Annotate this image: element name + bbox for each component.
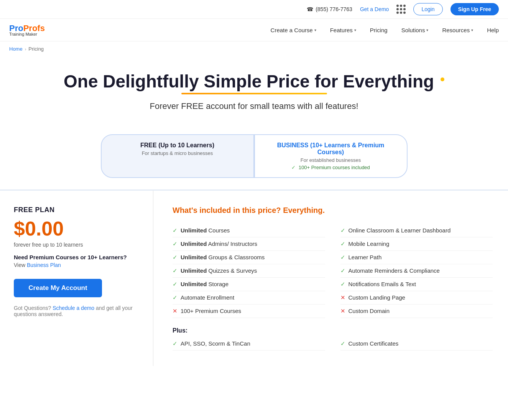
signup-button[interactable]: Sign Up Free <box>450 3 499 15</box>
plus-right-col: ✓ Custom Certificates <box>340 337 493 351</box>
check-icon: ✓ <box>173 294 178 301</box>
breadcrumb-current: Pricing <box>28 46 44 52</box>
login-button[interactable]: Login <box>413 3 442 15</box>
plus-grid: ✓ API, SSO, Scorm & TinCan ✓ Custom Cert… <box>173 337 493 351</box>
feature-item: ✓ Unlimited Quizzes & Surveys <box>173 264 325 278</box>
feature-item: ✕ Custom Landing Page <box>340 291 493 305</box>
feature-item: ✓ Automate Enrollment <box>173 291 325 305</box>
features-heading-highlight: Everything. <box>283 206 325 214</box>
business-plan-link[interactable]: Business Plan <box>27 262 61 268</box>
check-icon: ✓ <box>173 254 178 261</box>
plan-question: Need Premium Courses or 10+ Learners? <box>14 254 139 260</box>
breadcrumb: Home › Pricing <box>0 41 508 56</box>
check-icon: ✓ <box>173 267 178 274</box>
hero-subtitle: Forever FREE account for small teams wit… <box>8 101 500 111</box>
feature-item: ✓ Learner Path <box>340 251 493 264</box>
feature-item: ✓ API, SSO, Scorm & TinCan <box>173 337 325 351</box>
plan-label: FREE PLAN <box>14 206 139 214</box>
left-panel: FREE PLAN $0.00 forever free up to 10 le… <box>0 191 153 366</box>
chevron-down-icon: ▾ <box>426 28 428 32</box>
features-right-col: ✓ Online Classroom & Learner Dashboard ✓… <box>340 224 493 318</box>
feature-item: ✓ Online Classroom & Learner Dashboard <box>340 224 493 237</box>
tab-business-check: ✓ 100+ Premium courses included <box>264 165 398 170</box>
right-panel: What's included in this price? Everythin… <box>153 191 508 366</box>
check-icon: ✓ <box>173 227 178 234</box>
nav-create-course[interactable]: Create a Course ▾ <box>271 27 316 33</box>
chevron-down-icon: ▾ <box>314 28 316 32</box>
breadcrumb-separator: › <box>25 47 26 51</box>
plus-left-col: ✓ API, SSO, Scorm & TinCan <box>173 337 325 351</box>
check-icon: ✓ <box>173 340 178 347</box>
phone-text: (855) 776-7763 <box>316 6 352 12</box>
check-icon: ✓ <box>173 281 178 288</box>
check-icon: ✓ <box>340 254 345 261</box>
x-icon: ✕ <box>340 308 345 315</box>
nav-pricing[interactable]: Pricing <box>370 27 388 33</box>
main-content: FREE PLAN $0.00 forever free up to 10 le… <box>0 189 508 366</box>
nav-resources[interactable]: Resources ▾ <box>442 27 473 33</box>
schedule-demo-link[interactable]: Schedule a demo <box>53 305 94 311</box>
tab-free[interactable]: FREE (Up to 10 Learners) For startups & … <box>101 134 254 178</box>
feature-item: ✓ Notifications Emails & Text <box>340 278 493 291</box>
plus-label: Plus: <box>173 327 493 334</box>
feature-item: ✓ Unlimited Storage <box>173 278 325 291</box>
plan-view: View Business Plan <box>14 262 139 268</box>
tab-free-title: FREE (Up to 10 Learners) <box>111 142 244 149</box>
create-account-button[interactable]: Create My Account <box>14 279 102 297</box>
hero-title: One Delightfully Simple Price for Everyt… <box>64 72 444 91</box>
features-left-col: ✓ Unlimited Courses ✓ Unlimited Admins/ … <box>173 224 325 318</box>
get-demo-link[interactable]: Get a Demo <box>360 6 389 12</box>
check-icon: ✓ <box>340 267 345 274</box>
plan-demo-text: Got Questions? Schedule a demo and get a… <box>14 305 139 317</box>
grid-icon[interactable] <box>396 5 406 14</box>
tab-business[interactable]: BUSINESS (10+ Learners & Premium Courses… <box>254 134 408 178</box>
plan-forever-text: forever free up to 10 learners <box>14 242 139 248</box>
check-icon: ✓ <box>340 340 345 347</box>
feature-item: ✕ Custom Domain <box>340 305 493 318</box>
phone-icon: ☎ <box>307 6 313 12</box>
breadcrumb-home[interactable]: Home <box>9 46 23 52</box>
nav-help[interactable]: Help <box>487 27 499 33</box>
x-icon: ✕ <box>173 308 178 315</box>
feature-item: ✓ Unlimited Courses <box>173 224 325 237</box>
check-icon: ✓ <box>340 227 345 234</box>
features-grid: ✓ Unlimited Courses ✓ Unlimited Admins/ … <box>173 224 493 318</box>
features-heading: What's included in this price? Everythin… <box>173 206 493 215</box>
hero-dot <box>441 77 444 81</box>
feature-item: ✓ Unlimited Admins/ Instructors <box>173 237 325 251</box>
check-icon: ✓ <box>340 240 345 247</box>
plus-section: Plus: ✓ API, SSO, Scorm & TinCan ✓ Custo… <box>173 327 493 351</box>
x-icon: ✕ <box>340 294 345 301</box>
chevron-down-icon: ▾ <box>354 28 356 32</box>
feature-item: ✓ Unlimited Groups & Classrooms <box>173 251 325 264</box>
feature-item: ✕ 100+ Premium Courses <box>173 305 325 318</box>
feature-item: ✓ Mobile Learning <box>340 237 493 251</box>
phone-number: ☎ (855) 776-7763 <box>307 6 352 12</box>
nav-solutions[interactable]: Solutions ▾ <box>401 27 429 33</box>
title-underline <box>181 93 327 94</box>
feature-item: ✓ Custom Certificates <box>340 337 493 351</box>
tab-business-title: BUSINESS (10+ Learners & Premium Courses… <box>264 142 398 156</box>
plan-tabs: FREE (Up to 10 Learners) For startups & … <box>101 134 408 178</box>
nav-features[interactable]: Features ▾ <box>330 27 356 33</box>
logo[interactable]: ProProfs Training Maker <box>9 23 45 36</box>
check-icon: ✓ <box>340 281 345 288</box>
tab-free-subtitle: For startups & micro businesses <box>111 150 244 156</box>
check-icon: ✓ <box>173 240 178 247</box>
tab-business-subtitle: For established businesses <box>264 157 398 163</box>
top-bar: ☎ (855) 776-7763 Get a Demo Login Sign U… <box>0 0 508 19</box>
hero-section: One Delightfully Simple Price for Everyt… <box>0 56 508 123</box>
feature-item: ✓ Automate Reminders & Compliance <box>340 264 493 278</box>
main-nav: ProProfs Training Maker Create a Course … <box>0 19 508 41</box>
plan-price: $0.00 <box>14 217 139 240</box>
check-icon: ✓ <box>291 165 296 170</box>
chevron-down-icon: ▾ <box>471 28 473 32</box>
